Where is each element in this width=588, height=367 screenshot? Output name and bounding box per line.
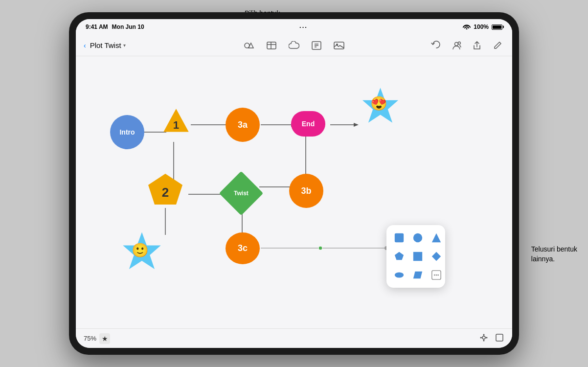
node-intro-label: Intro: [119, 128, 135, 136]
status-bar-center: ···: [299, 23, 308, 31]
toolbar-right: [401, 39, 504, 52]
shape-diamond[interactable]: [429, 249, 444, 264]
date: Mon Jun 10: [112, 23, 144, 30]
node-1[interactable]: 1: [161, 105, 191, 137]
dots: ···: [299, 23, 308, 31]
collaborate-icon[interactable]: [450, 39, 463, 52]
toolbar: ‹ Plot Twist ▾: [76, 35, 512, 56]
back-button[interactable]: ‹: [84, 42, 86, 49]
svg-marker-39: [432, 233, 441, 242]
shape-circle[interactable]: [410, 230, 426, 246]
svg-marker-20: [354, 123, 359, 127]
svg-point-49: [482, 336, 485, 339]
svg-marker-44: [413, 272, 422, 279]
media-tool-icon[interactable]: [332, 39, 346, 52]
bottom-right: [479, 333, 504, 344]
battery-percentage: 100%: [474, 23, 489, 30]
star2-emoji: 🙂: [132, 242, 149, 258]
svg-point-51: [486, 337, 488, 338]
shape-picker-popup[interactable]: [386, 225, 445, 288]
document-title-button[interactable]: Plot Twist ▾: [90, 41, 126, 49]
document-title: Plot Twist: [90, 41, 121, 49]
svg-text:2: 2: [162, 185, 169, 200]
shape-square2[interactable]: [410, 249, 426, 264]
wifi-icon: [463, 23, 471, 30]
svg-point-14: [458, 42, 461, 44]
svg-point-47: [436, 275, 437, 276]
svg-point-13: [455, 42, 458, 46]
table-tool-icon[interactable]: [265, 39, 278, 52]
node-3a[interactable]: 3a: [226, 108, 260, 142]
node-end[interactable]: End: [291, 111, 325, 137]
node-3b[interactable]: 3b: [289, 174, 323, 208]
shape-parallelogram[interactable]: [410, 267, 426, 283]
shapes-tool-icon[interactable]: [242, 39, 256, 52]
svg-rect-41: [413, 252, 422, 261]
node-3c-label: 3c: [238, 243, 248, 253]
node-star2[interactable]: 🙂: [120, 230, 164, 276]
zoom-info: 75% ★: [84, 333, 110, 344]
node-twist-label: Twist: [234, 190, 249, 197]
node-intro[interactable]: Intro: [110, 115, 144, 149]
svg-marker-42: [432, 252, 441, 261]
ipad-frame: 9:41 AM Mon Jun 10 ··· 100% ‹: [69, 12, 519, 355]
node-3a-label: 3a: [238, 120, 248, 130]
title-chevron-icon: ▾: [123, 43, 126, 48]
annotation-telusuri: Telusuri bentuk lainnya.: [531, 245, 577, 264]
back-chevron: ‹: [84, 42, 86, 49]
zoom-badge[interactable]: ★: [99, 333, 110, 344]
node-star1[interactable]: 😍: [360, 86, 401, 129]
svg-point-52: [483, 334, 485, 335]
toolbar-center: [191, 39, 397, 52]
node-3b-label: 3b: [301, 186, 311, 196]
fullscreen-icon[interactable]: [495, 333, 504, 344]
node-end-label: End: [302, 120, 315, 128]
canvas-area[interactable]: Intro 1 3a End 😍: [76, 56, 512, 328]
shape-oval[interactable]: [391, 267, 407, 283]
status-bar: 9:41 AM Mon Jun 10 ··· 100%: [76, 19, 512, 35]
shape-pentagon[interactable]: [391, 249, 407, 264]
node-2[interactable]: 2: [146, 171, 185, 212]
cloud-tool-icon[interactable]: [287, 39, 301, 52]
svg-point-46: [434, 275, 435, 276]
time: 9:41 AM: [86, 23, 108, 30]
shape-more-button[interactable]: [429, 267, 444, 283]
edit-icon[interactable]: [491, 39, 504, 52]
ipad-screen: 9:41 AM Mon Jun 10 ··· 100% ‹: [76, 19, 512, 348]
svg-point-43: [395, 273, 404, 278]
svg-rect-4: [267, 42, 276, 49]
svg-rect-54: [496, 334, 503, 341]
undo-icon[interactable]: [429, 39, 443, 52]
zoom-badge-icon: ★: [102, 335, 108, 343]
battery-icon: [492, 24, 502, 30]
svg-point-28: [318, 246, 322, 250]
toolbar-left: ‹ Plot Twist ▾: [84, 41, 187, 49]
node-3c[interactable]: 3c: [226, 232, 260, 264]
bottom-bar: 75% ★: [76, 328, 512, 348]
shape-square[interactable]: [391, 230, 407, 246]
zoom-level: 75%: [84, 335, 96, 342]
status-bar-right: 100%: [463, 23, 502, 30]
svg-point-48: [437, 275, 439, 276]
status-bar-left: 9:41 AM Mon Jun 10: [86, 23, 144, 30]
svg-rect-37: [395, 233, 404, 242]
svg-point-38: [413, 233, 422, 242]
present-icon[interactable]: [479, 333, 489, 344]
shape-triangle[interactable]: [429, 230, 444, 246]
svg-text:1: 1: [173, 118, 179, 131]
share-icon[interactable]: [470, 39, 484, 52]
star1-emoji: 😍: [370, 95, 387, 112]
text-tool-icon[interactable]: [310, 39, 323, 52]
node-twist[interactable]: Twist: [223, 175, 260, 212]
svg-point-53: [483, 340, 485, 341]
svg-point-50: [480, 337, 482, 338]
svg-marker-40: [395, 252, 404, 260]
